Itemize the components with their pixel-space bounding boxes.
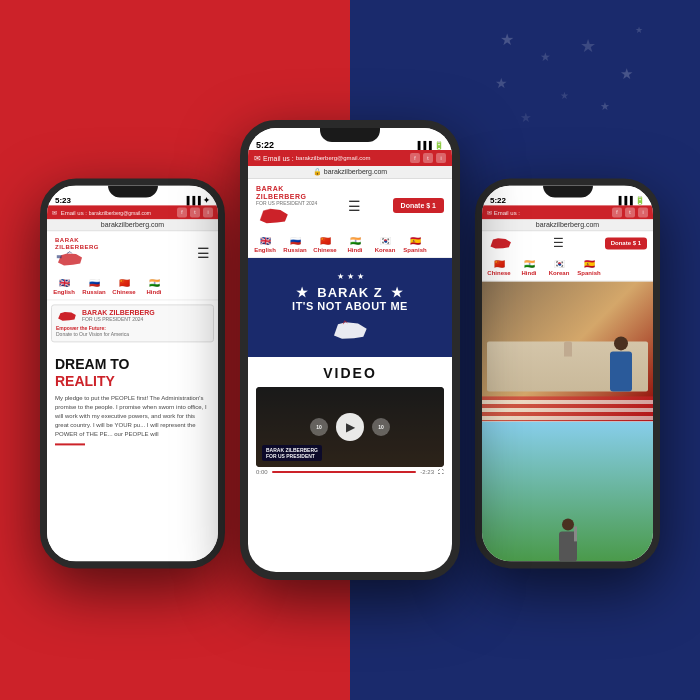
lang-spanish-right[interactable]: 🇪🇸 Spanish bbox=[576, 259, 602, 276]
capitol-dome bbox=[564, 341, 572, 356]
microphone bbox=[574, 526, 577, 541]
lang-korean-right[interactable]: 🇰🇷 Korean bbox=[546, 259, 572, 276]
card-title: FOR US PRESIDENT 2024 bbox=[82, 317, 155, 323]
phones-scene: 5:23 ▐▐▐ ✦ ✉ Email us : barakzilberberg@… bbox=[0, 0, 700, 700]
center-twitter-icon: t bbox=[423, 153, 433, 163]
lang-russian-left[interactable]: 🇷🇺 Russian bbox=[81, 279, 107, 296]
lang-chinese-right[interactable]: 🇨🇳 Chinese bbox=[486, 259, 512, 276]
left-phone-notch bbox=[108, 185, 158, 197]
center-hero-banner: ★ ★ ★ ★ BARAK Z ★ IT'S NOT ABOUT ME bbox=[248, 258, 452, 357]
video-thumbnail[interactable]: 10 ▶ 10 BARAK ZILBERBERG FOR US PRESIDEN… bbox=[256, 387, 444, 467]
center-logo-text: Barak Zilberberg bbox=[256, 185, 317, 200]
lang-chinese-left[interactable]: 🇨🇳 Chinese bbox=[111, 279, 137, 296]
right-phone-notch bbox=[543, 185, 593, 197]
lang-korean-center[interactable]: 🇰🇷 Korean bbox=[372, 236, 398, 253]
center-url-bar: 🔒 barakzilberberg.com bbox=[248, 166, 452, 179]
video-time-end: -2:23 bbox=[420, 469, 434, 475]
center-hamburger[interactable]: ☰ bbox=[348, 198, 361, 214]
left-logo-text: Barak Zilberberg bbox=[55, 237, 99, 250]
lang-hindi-right[interactable]: 🇮🇳 Hindi bbox=[516, 259, 542, 276]
video-time-start: 0:00 bbox=[256, 469, 268, 475]
center-video-section: VIDEO 10 ▶ 10 bbox=[248, 357, 452, 485]
speaker-bg bbox=[482, 421, 653, 561]
center-signal: ▐▐▐ 🔋 bbox=[415, 141, 444, 150]
left-nav: Barak Zilberberg ☰ bbox=[47, 231, 218, 274]
video-time-controls: 0:00 -2:23 ⛶ bbox=[256, 467, 444, 477]
left-card-area: Barak Zilberberg FOR US PRESIDENT 2024 E… bbox=[47, 300, 218, 350]
right-lang-bar: 🇨🇳 Chinese 🇮🇳 Hindi 🇰🇷 Korean 🇪🇸 Spanish bbox=[482, 255, 653, 281]
right-social-icons: f t i bbox=[612, 207, 648, 217]
dream-title: DREAM TO REALITY bbox=[55, 356, 210, 390]
right-hamburger[interactable]: ☰ bbox=[553, 236, 564, 250]
center-facebook-icon: f bbox=[410, 153, 420, 163]
center-nav: Barak Zilberberg FOR US PRESIDENT 2024 ☰… bbox=[248, 179, 452, 232]
lang-russian-center[interactable]: 🇷🇺 Russian bbox=[282, 236, 308, 253]
left-logo: Barak Zilberberg bbox=[55, 237, 99, 268]
right-email-bar: ✉ Email us : f t i bbox=[482, 205, 653, 219]
twitter-icon: t bbox=[190, 207, 200, 217]
card-usa-map bbox=[56, 309, 78, 323]
center-phone: 5:22 ▐▐▐ 🔋 ✉ Email us : barakzilberberg@… bbox=[240, 120, 460, 580]
right-instagram-icon: i bbox=[638, 207, 648, 217]
left-usa-map bbox=[55, 251, 85, 269]
left-email-label: ✉ Email us : barakzilberberg@gmail.com bbox=[52, 209, 151, 216]
left-signal: ▐▐▐ ✦ bbox=[184, 196, 210, 205]
left-hamburger[interactable]: ☰ bbox=[197, 245, 210, 261]
right-signal: ▐▐▐ 🔋 bbox=[616, 196, 645, 205]
person-body bbox=[610, 351, 632, 391]
right-flag-stripes bbox=[482, 396, 653, 421]
center-time: 5:22 bbox=[256, 140, 274, 150]
lang-english-center[interactable]: 🇬🇧 English bbox=[252, 236, 278, 253]
center-email: ✉ Email us : barakzilberberg@gmail.com bbox=[254, 154, 371, 163]
right-person-figure bbox=[603, 336, 638, 401]
video-fullscreen-icon[interactable]: ⛶ bbox=[438, 469, 444, 475]
dream-body: My pledge to put the PEOPLE first! The A… bbox=[55, 394, 210, 439]
center-instagram-icon: i bbox=[436, 153, 446, 163]
lang-english-left[interactable]: 🇬🇧 English bbox=[51, 279, 77, 296]
center-logo: Barak Zilberberg FOR US PRESIDENT 2024 bbox=[256, 185, 317, 226]
video-controls-center: 10 ▶ 10 bbox=[310, 413, 390, 441]
left-email-bar: ✉ Email us : barakzilberberg@gmail.com f… bbox=[47, 205, 218, 219]
right-photo-bg bbox=[482, 281, 653, 421]
right-nav: ☰ Donate $ 1 bbox=[482, 231, 653, 255]
card-sub: Donate to Our Vision for America bbox=[56, 331, 209, 337]
left-phone: 5:23 ▐▐▐ ✦ ✉ Email us : barakzilberberg@… bbox=[40, 178, 225, 568]
left-social-icons: f t i bbox=[177, 207, 213, 217]
video-overlay: 10 ▶ 10 BARAK ZILBERBERG FOR US PRESIDEN… bbox=[256, 387, 444, 467]
lang-chinese-center[interactable]: 🇨🇳 Chinese bbox=[312, 236, 338, 253]
play-button[interactable]: ▶ bbox=[336, 413, 364, 441]
video-progress-bar[interactable] bbox=[272, 471, 417, 473]
video-logo-overlay: BARAK ZILBERBERG FOR US PRESIDENT bbox=[262, 445, 322, 461]
left-dream-section: DREAM TO REALITY My pledge to put the PE… bbox=[47, 350, 218, 561]
hero-tagline: IT'S NOT ABOUT ME bbox=[292, 300, 408, 312]
lang-hindi-center[interactable]: 🇮🇳 Hindi bbox=[342, 236, 368, 253]
right-usa-map bbox=[488, 235, 513, 251]
video-title: VIDEO bbox=[323, 365, 377, 381]
card-name: Barak Zilberberg bbox=[82, 310, 155, 317]
right-facebook-icon: f bbox=[612, 207, 622, 217]
right-phone: 5:22 ▐▐▐ 🔋 ✉ Email us : f t i barakzilbe… bbox=[475, 178, 660, 568]
right-twitter-icon: t bbox=[625, 207, 635, 217]
center-email-bar: ✉ Email us : barakzilberberg@gmail.com f… bbox=[248, 150, 452, 166]
right-email: ✉ Email us : bbox=[487, 209, 520, 216]
right-time: 5:22 bbox=[490, 196, 506, 205]
center-lang-bar: 🇬🇧 English 🇷🇺 Russian 🇨🇳 Chinese 🇮🇳 Hind… bbox=[248, 232, 452, 258]
lang-hindi-left[interactable]: 🇮🇳 Hindi bbox=[141, 279, 167, 296]
hero-name: ★ BARAK Z ★ bbox=[296, 285, 405, 300]
right-url-bar: barakzilberberg.com bbox=[482, 219, 653, 231]
skip-back-btn[interactable]: 10 bbox=[310, 418, 328, 436]
right-donate-button[interactable]: Donate $ 1 bbox=[605, 237, 647, 249]
right-speaker-section bbox=[482, 421, 653, 561]
right-photo-area bbox=[482, 281, 653, 421]
facebook-icon: f bbox=[177, 207, 187, 217]
skip-forward-btn[interactable]: 10 bbox=[372, 418, 390, 436]
center-usa-map bbox=[256, 206, 291, 226]
left-barak-card: Barak Zilberberg FOR US PRESIDENT 2024 E… bbox=[51, 304, 214, 342]
right-phone-screen: 5:22 ▐▐▐ 🔋 ✉ Email us : f t i barakzilbe… bbox=[482, 185, 653, 561]
speaker-head bbox=[562, 518, 574, 530]
donate-button[interactable]: Donate $ 1 bbox=[393, 198, 444, 213]
lang-spanish-center[interactable]: 🇪🇸 Spanish bbox=[402, 236, 428, 253]
instagram-icon: i bbox=[203, 207, 213, 217]
person-head bbox=[614, 336, 628, 350]
dream-divider bbox=[55, 443, 85, 445]
